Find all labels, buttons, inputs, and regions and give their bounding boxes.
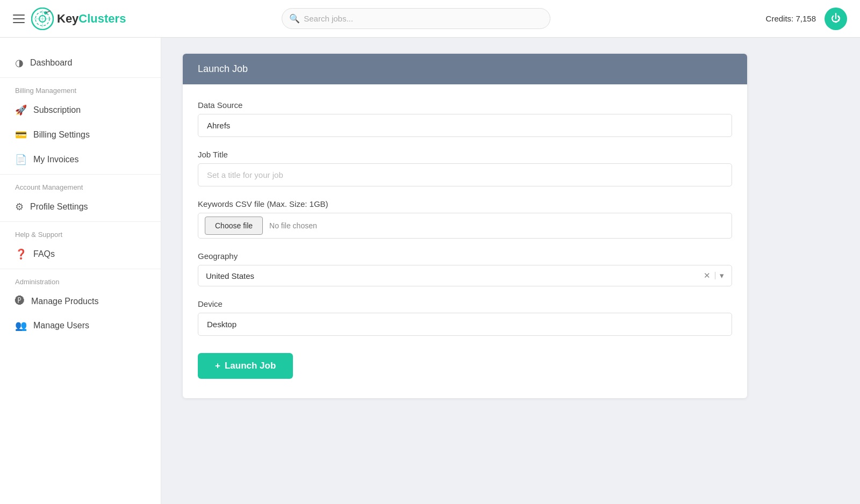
file-input-wrap: Choose file No file chosen [198,213,732,239]
csv-label: Keywords CSV file (Max. Size: 1GB) [198,199,732,208]
sidebar-label-my-invoices: My Invoices [33,155,78,164]
data-source-input[interactable] [198,114,732,137]
csv-file-group: Keywords CSV file (Max. Size: 1GB) Choos… [198,199,732,239]
no-file-text: No file chosen [269,221,317,230]
geography-controls: ✕ ▾ [704,271,724,280]
device-label: Device [198,299,732,308]
faqs-icon: ❓ [15,248,27,260]
geography-select[interactable]: United States ✕ ▾ [198,265,732,286]
sidebar-label-faqs: FAQs [33,249,55,259]
sidebar-label-manage-users: Manage Users [33,321,89,330]
clear-icon[interactable]: ✕ [704,271,711,280]
manage-products-icon: 🅟 [15,296,25,307]
sidebar-item-subscription[interactable]: 🚀 Subscription [0,98,161,123]
dashboard-icon: ◑ [15,57,24,69]
sidebar-item-my-invoices[interactable]: 📄 My Invoices [0,147,161,172]
sidebar-label-dashboard: Dashboard [30,58,72,68]
sidebar-item-faqs[interactable]: ❓ FAQs [0,242,161,267]
sidebar-item-manage-users[interactable]: 👥 Manage Users [0,313,161,338]
invoices-icon: 📄 [15,154,27,165]
topbar-left: KeyClusters [13,8,174,30]
power-button[interactable]: ⏻ [825,8,847,30]
sidebar-item-profile-settings[interactable]: ⚙ Profile Settings [0,195,161,219]
profile-icon: ⚙ [15,201,24,213]
job-title-input[interactable] [198,163,732,186]
topbar: KeyClusters 🔍 Credits: 7,158 ⏻ [0,0,860,38]
device-input[interactable] [198,313,732,336]
search-input[interactable] [282,8,550,29]
sidebar-section-billing: Billing Management [0,77,161,98]
device-group: Device [198,299,732,336]
geography-value: United States [206,271,254,280]
logo-text: KeyClusters [57,12,126,26]
credits-display: Credits: 7,158 [766,14,816,23]
sidebar-item-billing-settings[interactable]: 💳 Billing Settings [0,123,161,147]
sidebar-label-profile-settings: Profile Settings [30,202,88,212]
search-bar: 🔍 [282,8,550,29]
launch-job-button[interactable]: + Launch Job [198,353,293,379]
choose-file-button[interactable]: Choose file [205,217,263,235]
launch-btn-icon: + [215,361,220,371]
logo-icon [31,8,54,30]
chevron-down-icon[interactable]: ▾ [720,271,724,280]
card-header: Launch Job [183,54,747,84]
sidebar-label-billing-settings: Billing Settings [33,130,90,140]
geography-group: Geography United States ✕ ▾ [198,251,732,286]
logo: KeyClusters [31,8,126,30]
sidebar-item-dashboard[interactable]: ◑ Dashboard [0,51,161,75]
hamburger-menu[interactable] [13,15,25,23]
sidebar-item-manage-products[interactable]: 🅟 Manage Products [0,289,161,313]
main-content: Launch Job Data Source Job Title Keyword… [161,38,860,504]
launch-job-card: Launch Job Data Source Job Title Keyword… [183,54,747,398]
search-icon: 🔍 [289,13,300,24]
topbar-right: Credits: 7,158 ⏻ [766,8,847,30]
sidebar-section-account: Account Management [0,174,161,195]
card-body: Data Source Job Title Keywords CSV file … [183,84,747,398]
geography-label: Geography [198,251,732,261]
job-title-label: Job Title [198,150,732,159]
sidebar-label-subscription: Subscription [33,105,81,115]
sidebar-section-help: Help & Support [0,221,161,242]
job-title-group: Job Title [198,150,732,186]
sidebar-label-manage-products: Manage Products [31,297,98,306]
sidebar: ◑ Dashboard Billing Management 🚀 Subscri… [0,38,161,504]
launch-btn-label: Launch Job [225,361,276,371]
data-source-group: Data Source [198,100,732,137]
app-body: ◑ Dashboard Billing Management 🚀 Subscri… [0,38,860,504]
manage-users-icon: 👥 [15,320,27,332]
subscription-icon: 🚀 [15,104,27,116]
data-source-label: Data Source [198,100,732,110]
billing-settings-icon: 💳 [15,129,27,141]
sidebar-section-admin: Administration [0,269,161,289]
